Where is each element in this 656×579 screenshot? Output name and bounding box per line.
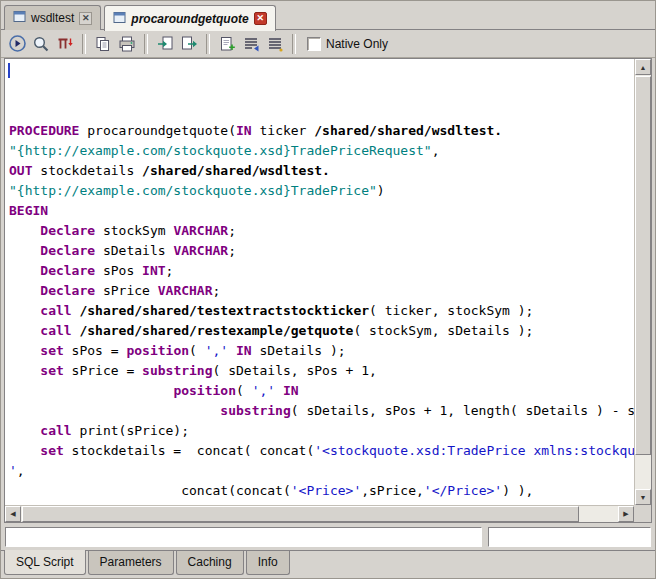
horizontal-scroll-thumb[interactable] <box>22 506 579 522</box>
tab-label: wsdltest <box>31 11 74 25</box>
export-icon[interactable] <box>177 32 201 56</box>
scroll-left-icon[interactable]: ◀ <box>5 506 21 522</box>
close-tab-icon[interactable]: ✕ <box>79 12 92 25</box>
code-line: Declare sDetails VARCHAR; <box>9 241 634 261</box>
toolbar: Native Only <box>1 30 655 58</box>
scroll-right-icon[interactable]: ▶ <box>618 506 634 522</box>
code-line: call print(sPrice); <box>9 421 634 441</box>
procedure-editor-window: wsdltest ✕ procaroundgetquote ✕ <box>0 0 656 579</box>
text-caret <box>8 63 10 78</box>
code-line: ', <box>9 461 634 481</box>
code-line: Declare stockSym VARCHAR; <box>9 221 634 241</box>
status-field-right[interactable] <box>488 527 651 547</box>
toolbar-separator <box>292 34 296 54</box>
scroll-down-icon[interactable]: ▼ <box>635 489 651 505</box>
toolbar-separator <box>82 34 86 54</box>
code-line: substring( sDetails, sPos + 1, length( s… <box>9 401 634 421</box>
import-icon[interactable] <box>153 32 177 56</box>
status-fields-row <box>5 527 651 547</box>
document-icon <box>113 11 126 27</box>
tab-caching[interactable]: Caching <box>176 551 244 575</box>
tab-parameters[interactable]: Parameters <box>88 551 174 575</box>
close-tab-icon[interactable]: ✕ <box>254 12 267 25</box>
zoom-icon[interactable] <box>29 32 53 56</box>
code-line: OUT stockdetails /shared/shared/wsdltest… <box>9 161 634 181</box>
editor-area: PROCEDURE procaroundgetquote(IN ticker /… <box>4 58 652 523</box>
code-line: set sPos = position( ',' IN sDetails ); <box>9 341 634 361</box>
code-lines: PROCEDURE procaroundgetquote(IN ticker /… <box>9 121 634 505</box>
lines-icon[interactable] <box>263 32 287 56</box>
tab-procaroundgetquote[interactable]: procaroundgetquote ✕ <box>104 5 275 31</box>
code-line: concat(concat('<Price>',sPrice,'</Price>… <box>9 481 634 501</box>
format-icon[interactable] <box>53 32 77 56</box>
tab-sql-script[interactable]: SQL Script <box>4 550 86 575</box>
vertical-scrollbar[interactable]: ▲ ▼ <box>634 59 651 505</box>
code-line: Declare sPrice VARCHAR; <box>9 281 634 301</box>
vertical-scroll-thumb[interactable] <box>635 76 651 455</box>
code-line: set stockdetails = concat( concat('<stoc… <box>9 441 634 461</box>
native-only-checkbox[interactable] <box>307 37 321 51</box>
code-line: call /shared/shared/restexample/getquote… <box>9 321 634 341</box>
scroll-up-icon[interactable]: ▲ <box>635 59 651 75</box>
run-icon[interactable] <box>5 32 29 56</box>
code-line: Declare sPos INT; <box>9 261 634 281</box>
horizontal-scrollbar[interactable]: ◀ ▶ <box>5 505 634 522</box>
view-tab-bar: SQL Script Parameters Caching Info <box>1 550 655 578</box>
print-icon[interactable] <box>115 32 139 56</box>
code-line: "{http://example.com/stockquote.xsd}Trad… <box>9 181 634 201</box>
code-line: call /shared/shared/testextractstocktick… <box>9 301 634 321</box>
code-line: BEGIN <box>9 201 634 221</box>
code-line: "{http://example.com/stockquote.xsd}Trad… <box>9 141 634 161</box>
code-line: position( ',' IN <box>9 381 634 401</box>
outdent-icon[interactable] <box>239 32 263 56</box>
status-field-left[interactable] <box>5 527 482 547</box>
toolbar-separator <box>144 34 148 54</box>
scrollbar-corner <box>634 505 651 522</box>
toolbar-separator <box>206 34 210 54</box>
sql-editor[interactable]: PROCEDURE procaroundgetquote(IN ticker /… <box>5 59 634 505</box>
document-icon <box>13 10 26 26</box>
code-line: PROCEDURE procaroundgetquote(IN ticker /… <box>9 121 634 141</box>
document-tab-bar: wsdltest ✕ procaroundgetquote ✕ <box>1 1 655 30</box>
tab-wsdltest[interactable]: wsdltest ✕ <box>4 5 101 30</box>
new-doc-icon[interactable] <box>215 32 239 56</box>
copy-icon[interactable] <box>91 32 115 56</box>
code-line: set sPrice = substring( sDetails, sPos +… <box>9 361 634 381</box>
tab-info[interactable]: Info <box>246 551 290 575</box>
tab-label: procaroundgetquote <box>131 12 248 26</box>
native-only-label: Native Only <box>326 37 388 51</box>
